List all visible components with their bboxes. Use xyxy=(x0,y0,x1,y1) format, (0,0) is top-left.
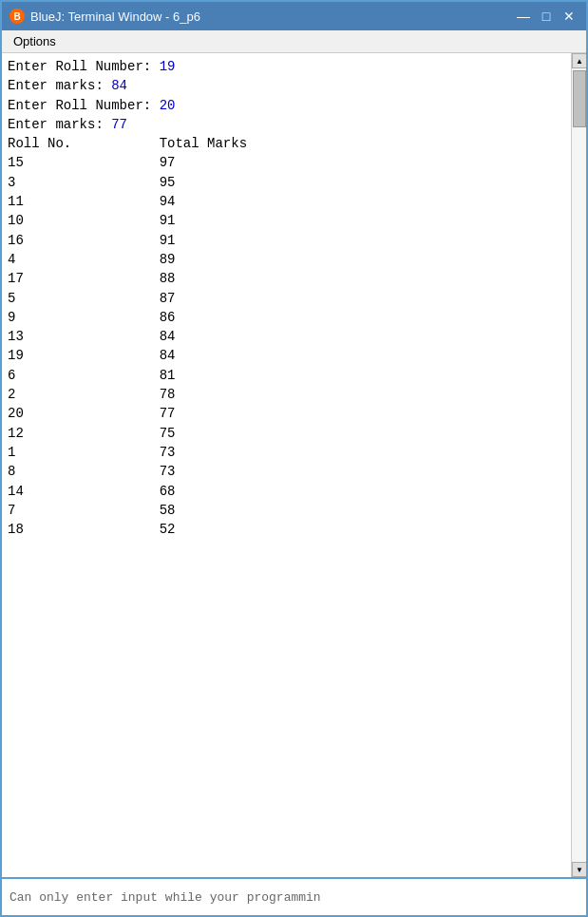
row-12: 12 75 xyxy=(8,424,565,443)
roll-1-value: 19 xyxy=(160,59,176,74)
status-text: Can only enter input while your programm… xyxy=(9,890,321,905)
scrollbar[interactable]: ▲ ▼ xyxy=(571,53,586,877)
row-4: 4 89 xyxy=(8,250,565,269)
terminal-content: Enter Roll Number: 19 Enter marks: 84 En… xyxy=(2,53,571,877)
row-17: 17 88 xyxy=(8,269,565,288)
row-9: 9 86 xyxy=(8,308,565,327)
row-11: 11 94 xyxy=(8,192,565,211)
terminal-window: B BlueJ: Terminal Window - 6_p6 — □ ✕ Op… xyxy=(0,0,588,917)
app-icon: B xyxy=(9,9,25,24)
scroll-down-button[interactable]: ▼ xyxy=(572,862,586,877)
menu-bar: Options xyxy=(2,30,586,53)
row-3: 3 95 xyxy=(8,173,565,192)
line-1: Enter Roll Number: 19 xyxy=(8,57,565,76)
marks-2-value: 77 xyxy=(111,117,127,132)
row-13: 13 84 xyxy=(8,327,565,346)
row-5: 5 87 xyxy=(8,289,565,308)
scrollbar-track[interactable] xyxy=(572,68,586,862)
options-menu[interactable]: Options xyxy=(8,32,62,50)
row-7: 7 58 xyxy=(8,501,565,520)
line-3: Enter Roll Number: 20 xyxy=(8,96,565,115)
table-header: Roll No. Total Marks xyxy=(8,134,565,153)
title-controls: — □ ✕ xyxy=(514,7,579,26)
status-bar: Can only enter input while your programm… xyxy=(2,877,586,915)
scrollbar-thumb[interactable] xyxy=(573,70,586,127)
row-16: 16 91 xyxy=(8,231,565,250)
line-4: Enter marks: 77 xyxy=(8,115,565,134)
scroll-up-button[interactable]: ▲ xyxy=(572,53,586,68)
close-button[interactable]: ✕ xyxy=(560,7,579,26)
row-15: 15 97 xyxy=(8,153,565,172)
row-20: 20 77 xyxy=(8,404,565,423)
minimize-button[interactable]: — xyxy=(514,7,533,26)
row-10: 10 91 xyxy=(8,211,565,230)
row-18: 18 52 xyxy=(8,520,565,539)
roll-2-value: 20 xyxy=(160,98,176,113)
marks-1-value: 84 xyxy=(111,78,127,93)
terminal-area: Enter Roll Number: 19 Enter marks: 84 En… xyxy=(2,53,586,877)
row-14: 14 68 xyxy=(8,482,565,501)
row-8: 8 73 xyxy=(8,462,565,481)
maximize-button[interactable]: □ xyxy=(537,7,556,26)
title-bar-left: B BlueJ: Terminal Window - 6_p6 xyxy=(9,9,200,24)
row-6: 6 81 xyxy=(8,366,565,385)
row-19: 19 84 xyxy=(8,346,565,365)
title-bar: B BlueJ: Terminal Window - 6_p6 — □ ✕ xyxy=(2,2,586,30)
row-1: 1 73 xyxy=(8,443,565,462)
window-title: BlueJ: Terminal Window - 6_p6 xyxy=(30,10,200,24)
line-2: Enter marks: 84 xyxy=(8,76,565,95)
row-2: 2 78 xyxy=(8,385,565,404)
